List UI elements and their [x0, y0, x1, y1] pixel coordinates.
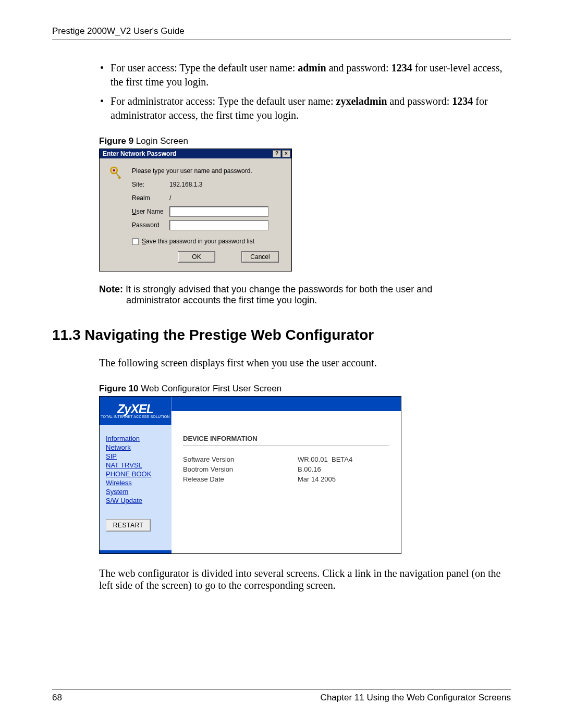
realm-label: Realm	[132, 194, 169, 202]
save-password-checkbox[interactable]	[132, 238, 139, 245]
table-row: Software Version WR.00.01_BETA4	[183, 455, 389, 463]
info-key: Software Version	[183, 455, 298, 463]
header-left: Prestige 2000W_V2 User's Guide	[52, 26, 185, 36]
sidebar-item-network[interactable]: Network	[106, 443, 166, 451]
key-icon	[109, 166, 124, 233]
figure9-caption: Figure 9 Login Screen	[99, 136, 511, 146]
access-bullets: For user access: Type the default user n…	[99, 61, 511, 122]
sidebar-item-nat-trvsl[interactable]: NAT TRVSL	[106, 461, 166, 469]
divider	[183, 446, 389, 446]
dialog-titlebar: Enter Network Password ? ×	[100, 149, 291, 158]
sidebar-item-wireless[interactable]: Wireless	[106, 479, 166, 487]
table-row: Bootrom Version B.00.16	[183, 465, 389, 473]
login-dialog: Enter Network Password ? × Please type y…	[99, 149, 292, 272]
intro-paragraph: The following screen displays first when…	[99, 357, 511, 369]
ok-button[interactable]: OK	[178, 251, 215, 263]
password-label: Password	[132, 221, 169, 229]
dialog-title: Enter Network Password	[103, 150, 176, 157]
banner	[172, 397, 401, 425]
bullet-user: For user access: Type the default user n…	[99, 61, 511, 89]
sidebar-item-information[interactable]: Information	[106, 435, 166, 442]
sidebar-item-sw-update[interactable]: S/W Update	[106, 497, 166, 504]
save-password-label: Save this password in your password list	[142, 238, 254, 245]
username-field[interactable]	[169, 206, 268, 217]
page-number: 68	[52, 693, 62, 703]
web-configurator-screenshot: ZyXEL TOTAL INTERNET ACCESS SOLUTION Inf…	[99, 396, 401, 554]
info-val: WR.00.01_BETA4	[298, 455, 352, 463]
chapter-label: Chapter 11 Using the Web Configurator Sc…	[321, 693, 511, 703]
info-val: Mar 14 2005	[298, 475, 336, 483]
sidebar: Information Network SIP NAT TRVSL PHONE …	[100, 425, 172, 550]
restart-button[interactable]: RESTART	[106, 519, 151, 532]
table-row: Release Date Mar 14 2005	[183, 475, 389, 483]
realm-value: /	[169, 194, 171, 202]
site-value: 192.168.1.3	[169, 181, 202, 188]
figure10-caption: Figure 10 Web Configurator First User Sc…	[99, 384, 511, 394]
bullet-admin: For administrator access: Type the defau…	[99, 94, 511, 122]
closing-paragraph: The web configurator is divided into sev…	[99, 567, 511, 591]
info-key: Bootrom Version	[183, 465, 298, 473]
page-header: Prestige 2000W_V2 User's Guide	[52, 26, 511, 40]
dialog-prompt: Please type your user name and password.	[132, 167, 252, 175]
content-panel: DEVICE INFORMATION Software Version WR.0…	[172, 425, 401, 550]
help-icon[interactable]: ?	[273, 150, 281, 157]
logo: ZyXEL TOTAL INTERNET ACCESS SOLUTION	[100, 397, 172, 425]
panel-title: DEVICE INFORMATION	[183, 435, 389, 442]
note-block: Note: It is strongly advised that you ch…	[52, 284, 511, 306]
sidebar-item-sip[interactable]: SIP	[106, 452, 166, 460]
info-val: B.00.16	[298, 465, 321, 473]
info-key: Release Date	[183, 475, 298, 483]
cancel-button[interactable]: Cancel	[241, 251, 279, 263]
site-label: Site:	[132, 181, 169, 188]
password-field[interactable]	[169, 220, 268, 230]
page-footer: 68 Chapter 11 Using the Web Configurator…	[52, 689, 511, 703]
section-heading: 11.3 Navigating the Prestige Web Configu…	[52, 327, 511, 343]
username-label: User Name	[132, 208, 169, 215]
sidebar-item-phone-book[interactable]: PHONE BOOK	[106, 470, 166, 478]
svg-point-1	[113, 169, 115, 171]
close-icon[interactable]: ×	[282, 150, 290, 157]
sidebar-footer-bar	[100, 550, 172, 553]
sidebar-item-system[interactable]: System	[106, 488, 166, 496]
